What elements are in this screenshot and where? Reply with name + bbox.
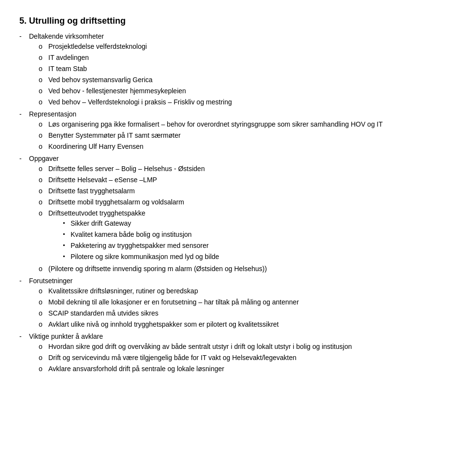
child-bullet-3-2: o: [39, 308, 48, 318]
child-bullet-4-0: o: [39, 342, 48, 352]
child-bullet-0-1: o: [39, 53, 48, 63]
section-bullet-4: -: [19, 332, 29, 342]
child-text-0-1: IT avdelingen: [48, 54, 89, 61]
child-text-0-5: Ved behov – Velferdsteknologi i praksis …: [48, 98, 232, 106]
child-bullet-2-4: o: [39, 208, 48, 218]
child-content-2-1: Driftsette Helsevakt – eSense –LMP: [48, 175, 445, 185]
child-text-3-0: Kvalitetssikre driftsløsninger, rutiner …: [48, 287, 198, 295]
child-content-1-0: Løs organisering pga ikke formalisert – …: [48, 119, 445, 130]
child-text-2-4: Driftsetteutvodet trygghetspakke: [48, 209, 145, 217]
child-item-2-2: o Driftsette fast trygghetsalarm: [39, 186, 445, 196]
child-content-4-0: Hvordan sikre god drift og overvåking av…: [48, 342, 445, 352]
children-list-2: o Driftsette felles server – Bolig – Hel…: [39, 164, 445, 274]
section-content-3: Forutsetningero Kvalitetssikre driftsløs…: [29, 276, 445, 331]
child-text-2-1: Driftsette Helsevakt – eSense –LMP: [48, 176, 157, 184]
main-content: - Deltakende virksomhetero Prosjektledel…: [19, 31, 445, 375]
child-item-3-2: o SCAIP standarden må utvides sikres: [39, 308, 445, 318]
child-text-2-5: (Pilotere og driftsette innvendig sporin…: [48, 265, 267, 273]
child-item-0-0: o Prosjektledelse velferdsteknologi: [39, 42, 445, 52]
section-content-4: Viktige punkter å avklareo Hvordan sikre…: [29, 332, 445, 375]
child-content-1-2: Koordinering Ulf Harry Evensen: [48, 142, 445, 152]
sub-item-2-4-1: ▪ Kvalitet kamera både bolig og institus…: [63, 230, 445, 240]
subchildren-list-2-4: ▪ Sikker drift Gateway▪ Kvalitet kamera …: [63, 218, 445, 262]
child-text-0-4: Ved behov - fellestjenester hjemmesykepl…: [48, 87, 186, 95]
child-item-2-4: o Driftsetteutvodet trygghetspakke▪ Sikk…: [39, 208, 445, 263]
child-content-4-1: Drift og servicevindu må være tilgjengel…: [48, 353, 445, 363]
section-bullet-3: -: [19, 276, 29, 286]
child-text-1-2: Koordinering Ulf Harry Evensen: [48, 143, 144, 150]
section-item-2: - Oppgavero Driftsette felles server – B…: [19, 154, 445, 275]
sub-bullet-2-4-0: ▪: [63, 218, 71, 227]
sub-bullet-2-4-1: ▪: [63, 230, 71, 238]
child-text-3-3: Avklart ulike nivå og innhold trygghetsp…: [48, 320, 279, 328]
children-list-4: o Hvordan sikre god drift og overvåking …: [39, 342, 445, 374]
child-content-0-4: Ved behov - fellestjenester hjemmesykepl…: [48, 86, 445, 96]
child-item-1-2: o Koordinering Ulf Harry Evensen: [39, 142, 445, 152]
section-list: - Deltakende virksomhetero Prosjektledel…: [19, 31, 445, 375]
child-content-2-5: (Pilotere og driftsette innvendig sporin…: [48, 264, 445, 274]
sub-text-2-4-1: Kvalitet kamera både bolig og institusjo…: [71, 230, 445, 240]
sub-bullet-2-4-2: ▪: [63, 241, 71, 249]
child-content-0-0: Prosjektledelse velferdsteknologi: [48, 42, 445, 52]
child-content-3-3: Avklart ulike nivå og innhold trygghetsp…: [48, 319, 445, 330]
children-list-3: o Kvalitetssikre driftsløsninger, rutine…: [39, 286, 445, 330]
child-item-1-1: o Benytter Systemmøter på IT samt særmøt…: [39, 130, 445, 141]
child-item-0-2: o IT team Stab: [39, 64, 445, 74]
child-bullet-0-0: o: [39, 42, 48, 52]
section-content-1: Representasjono Løs organisering pga ikk…: [29, 109, 445, 153]
child-item-0-3: o Ved behov systemansvarlig Gerica: [39, 75, 445, 85]
child-item-2-5: o (Pilotere og driftsette innvendig spor…: [39, 264, 445, 274]
child-content-0-3: Ved behov systemansvarlig Gerica: [48, 75, 445, 85]
child-bullet-3-1: o: [39, 297, 48, 307]
child-text-0-2: IT team Stab: [48, 65, 87, 72]
section-content-2: Oppgavero Driftsette felles server – Bol…: [29, 154, 445, 275]
child-item-0-1: o IT avdelingen: [39, 53, 445, 63]
sub-text-2-4-0: Sikker drift Gateway: [71, 218, 445, 229]
child-bullet-3-3: o: [39, 319, 48, 330]
child-bullet-0-3: o: [39, 75, 48, 85]
sub-text-2-4-2: Pakketering av trygghetspakker med senso…: [71, 241, 445, 251]
sub-bullet-2-4-3: ▪: [63, 252, 71, 260]
section-item-3: - Forutsetningero Kvalitetssikre driftsl…: [19, 276, 445, 331]
child-bullet-2-3: o: [39, 197, 48, 207]
child-text-3-2: SCAIP standarden må utvides sikres: [48, 309, 159, 317]
section-content-0: Deltakende virksomhetero Prosjektledelse…: [29, 31, 445, 108]
child-item-2-0: o Driftsette felles server – Bolig – Hel…: [39, 164, 445, 174]
child-content-0-2: IT team Stab: [48, 64, 445, 74]
child-item-3-0: o Kvalitetssikre driftsløsninger, rutine…: [39, 286, 445, 296]
child-bullet-1-2: o: [39, 142, 48, 152]
child-item-3-3: o Avklart ulike nivå og innhold trygghet…: [39, 319, 445, 330]
child-item-4-1: o Drift og servicevindu må være tilgjeng…: [39, 353, 445, 363]
child-content-2-2: Driftsette fast trygghetsalarm: [48, 186, 445, 196]
child-content-2-3: Driftsette mobil trygghetsalarm og volds…: [48, 197, 445, 207]
children-list-0: o Prosjektledelse velferdsteknologio IT …: [39, 42, 445, 107]
section-label-3: Forutsetninger: [29, 277, 72, 285]
sub-item-2-4-0: ▪ Sikker drift Gateway: [63, 218, 445, 229]
section-label-0: Deltakende virksomheter: [29, 32, 104, 40]
child-content-3-0: Kvalitetssikre driftsløsninger, rutiner …: [48, 286, 445, 296]
child-text-1-0: Løs organisering pga ikke formalisert – …: [48, 120, 383, 128]
section-label-4: Viktige punkter å avklare: [29, 332, 103, 340]
child-bullet-2-2: o: [39, 186, 48, 196]
child-content-2-4: Driftsetteutvodet trygghetspakke▪ Sikker…: [48, 208, 445, 263]
child-text-4-1: Drift og servicevindu må være tilgjengel…: [48, 354, 296, 361]
child-content-4-2: Avklare ansvarsforhold drift på sentrale…: [48, 364, 445, 374]
sub-item-2-4-2: ▪ Pakketering av trygghetspakker med sen…: [63, 241, 445, 251]
sub-text-2-4-3: Pilotere og sikre kommunikasjon med lyd …: [71, 252, 445, 262]
section-bullet-1: -: [19, 109, 29, 119]
child-item-2-1: o Driftsette Helsevakt – eSense –LMP: [39, 175, 445, 185]
child-bullet-0-4: o: [39, 86, 48, 96]
section-label-2: Oppgaver: [29, 155, 58, 162]
child-item-4-0: o Hvordan sikre god drift og overvåking …: [39, 342, 445, 352]
child-bullet-1-0: o: [39, 119, 48, 130]
child-text-2-2: Driftsette fast trygghetsalarm: [48, 187, 135, 195]
child-content-1-1: Benytter Systemmøter på IT samt særmøter: [48, 130, 445, 141]
child-text-1-1: Benytter Systemmøter på IT samt særmøter: [48, 131, 181, 139]
child-bullet-2-0: o: [39, 164, 48, 174]
child-bullet-4-2: o: [39, 364, 48, 374]
child-text-0-0: Prosjektledelse velferdsteknologi: [48, 43, 147, 50]
child-bullet-1-1: o: [39, 130, 48, 141]
child-text-4-2: Avklare ansvarsforhold drift på sentrale…: [48, 365, 224, 373]
sub-item-2-4-3: ▪ Pilotere og sikre kommunikasjon med ly…: [63, 252, 445, 262]
child-bullet-4-1: o: [39, 353, 48, 363]
